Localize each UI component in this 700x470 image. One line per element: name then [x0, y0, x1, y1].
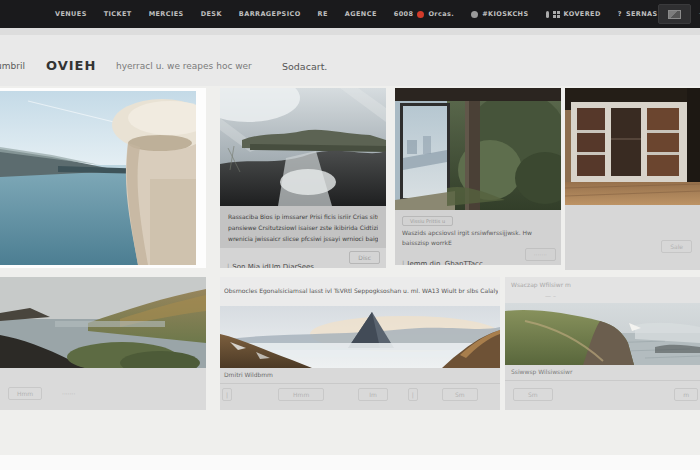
orders-label: Orcas.	[428, 10, 454, 18]
orders-count: 6008	[394, 10, 414, 18]
nav-item-kiosk[interactable]: #KIOSKCHS	[471, 10, 528, 18]
card-image-window-trees[interactable]	[395, 88, 561, 210]
cliff-note-strip: Wsaczap Wfilsiwr m — –	[505, 277, 700, 303]
nav-shadow-strip	[0, 28, 700, 35]
panorama-headline: Obsrnocles Egonalsiciamsal lasst ivl TsV…	[224, 286, 498, 296]
mic-icon	[546, 11, 549, 18]
nav-item-mercies[interactable]: MERCIES	[149, 10, 184, 18]
card-image-interior[interactable]	[565, 88, 700, 205]
card-image-waterfall[interactable]	[220, 88, 386, 206]
description-line: pansiewe Crsitutzsiowl isaiser zste ikib…	[228, 222, 378, 233]
card-bay: Hmm ·······	[0, 277, 206, 410]
bay-footer-note: ·······	[62, 390, 75, 397]
nav-right-group: ··········	[658, 4, 700, 24]
disc-icon	[471, 11, 478, 18]
panorama-divider	[220, 383, 500, 384]
panorama-button-sm[interactable]: Sm	[442, 388, 478, 401]
waterfall-footer-label-wrap: |Son Mia idUm DiarSees	[227, 254, 314, 268]
panorama-button-im[interactable]: Im	[358, 388, 388, 401]
card-image-bay[interactable]	[0, 277, 206, 368]
nav-item-agence[interactable]: AGENCE	[345, 10, 377, 18]
card-image-seascape-sculpture[interactable]	[0, 91, 196, 265]
window-footer-label-wrap: |Jemm din. GbapTTacc	[402, 251, 483, 265]
header-link[interactable]: Sodacart.	[282, 61, 327, 72]
card-panorama: Obsrnocles Egonalsiciamsal lasst ivl TsV…	[220, 277, 500, 410]
page: VENUES TICKET MERCIES DESK BARRAGEPSICO …	[0, 0, 700, 470]
nav-item-orders[interactable]: 6008 Orcas.	[394, 10, 454, 18]
cliff-divider	[505, 380, 700, 381]
card-image-panorama[interactable]	[220, 306, 500, 368]
card-cliff: Wsaczap Wfilsiwr m — –	[505, 277, 700, 410]
screenshot-button[interactable]	[658, 4, 691, 24]
cliff-footer-button-left[interactable]: Sm	[513, 388, 553, 401]
page-header: umbril OVIEH hyerracl u. we reapes hoc w…	[0, 35, 700, 86]
window-description: Waszids apcsiovsl irgit srsiwfwrssijjwsk…	[402, 228, 555, 248]
panorama-button-hmm[interactable]: Hmm	[278, 388, 324, 401]
window-badge[interactable]: Vissiu Prittis u	[402, 216, 453, 226]
top-nav: VENUES TICKET MERCIES DESK BARRAGEPSICO …	[0, 0, 700, 28]
bay-footer-button[interactable]: Hmm	[8, 387, 42, 400]
help-icon: ?	[618, 10, 622, 18]
bottom-strip	[0, 455, 700, 470]
description-line: wrenicia jwissaicr slicse pfcsiwi jssayi…	[228, 233, 378, 244]
description-line: Waszids apcsiovsl irgit srsiwfwrssijjwsk…	[402, 228, 555, 238]
window-footer-button[interactable]: ·······	[525, 248, 556, 261]
panorama-button-bar2[interactable]: |	[408, 388, 418, 401]
red-dot-icon	[417, 11, 424, 18]
description-line: baisszisp worrkE	[402, 238, 555, 248]
nav-item-sernas[interactable]: ? SERNAS	[618, 10, 658, 18]
panorama-caption: Dmitri Wildbmm	[224, 371, 273, 378]
window-footer-label: |Jemm din. GbapTTacc	[402, 260, 483, 265]
covered-label: KOVERED	[564, 10, 601, 18]
card-waterfall: Rassaciba Bios ip imssarer Prisi ficis i…	[220, 88, 386, 268]
waterfall-disc-button[interactable]: Disc	[349, 251, 380, 264]
cliff-note-line: — –	[545, 292, 556, 299]
cliff-note-line: Wsaczap Wfilsiwr m	[511, 281, 571, 288]
description-line: Rassaciba Bios ip imssarer Prisi ficis i…	[228, 211, 378, 222]
panorama-button-row: | Hmm Im | Sm	[222, 388, 496, 401]
waterfall-description: Rassaciba Bios ip imssarer Prisi ficis i…	[220, 206, 386, 248]
card-seascape-sculpture	[0, 88, 206, 268]
nav-item-desk[interactable]: DESK	[201, 10, 222, 18]
brand-prefix: umbril	[0, 61, 25, 71]
nav-item-ticket[interactable]: TICKET	[104, 10, 132, 18]
cursor-bar: |	[402, 260, 404, 265]
interior-sale-button[interactable]: Sale	[661, 240, 692, 253]
panorama-button-bar1[interactable]: |	[222, 388, 232, 401]
card-interior: Sale	[565, 88, 700, 270]
kiosk-label: #KIOSKCHS	[482, 10, 528, 18]
nav-menu: VENUES TICKET MERCIES DESK BARRAGEPSICO …	[0, 10, 658, 18]
nav-item-covered[interactable]: KOVERED	[546, 10, 601, 18]
cliff-caption: Ssiwwsp Wilsiwssiwr	[511, 368, 572, 375]
cursor-bar: |	[227, 263, 229, 268]
card-image-cliff[interactable]	[505, 303, 700, 365]
page-title: OVIEH	[46, 58, 96, 73]
nav-item-venues[interactable]: VENUES	[55, 10, 87, 18]
card-window-trees: Vissiu Prittis u Waszids apcsiovsl irgit…	[395, 88, 561, 265]
page-tagline: hyerracl u. we reapes hoc wer	[116, 61, 252, 71]
nav-item-barragepsico[interactable]: BARRAGEPSICO	[239, 10, 301, 18]
waterfall-footer-label: |Son Mia idUm DiarSees	[227, 263, 314, 268]
cliff-footer-button-right[interactable]: m	[674, 388, 698, 401]
screenshot-icon	[668, 10, 681, 19]
panorama-headline-strip: Obsrnocles Egonalsiciamsal lasst ivl TsV…	[220, 277, 500, 306]
sernas-label: SERNAS	[626, 10, 658, 18]
nav-item-re[interactable]: RE	[318, 10, 328, 18]
grid-icon	[553, 11, 560, 18]
